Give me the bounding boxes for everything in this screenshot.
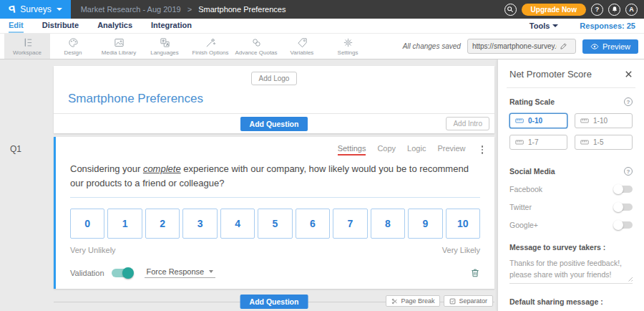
delete-question-button[interactable]: [470, 267, 480, 278]
nps-option-0[interactable]: 0: [70, 209, 104, 239]
help-icon[interactable]: ?: [624, 97, 633, 106]
rating-option-0-10[interactable]: 0-10: [509, 113, 567, 128]
facebook-toggle[interactable]: [614, 186, 633, 193]
toolbar-item-design[interactable]: Design: [50, 34, 96, 59]
add-logo-button[interactable]: Add Logo: [251, 72, 298, 85]
survey-url-box: [467, 39, 576, 54]
googleplus-label: Google+: [509, 221, 538, 229]
googleplus-toggle[interactable]: [614, 221, 633, 229]
question-tab-logic[interactable]: Logic: [407, 144, 426, 156]
questionpro-logo-icon: P: [8, 3, 16, 15]
separator-button[interactable]: Separator: [444, 295, 493, 307]
logo-label: Surveys: [20, 4, 51, 14]
survey-canvas: Add Logo Smartphone Preferences Add Ques…: [54, 59, 494, 311]
bell-icon: [611, 6, 618, 13]
message-to-survey-takers-label: Message to survey takers :: [509, 243, 633, 252]
scissors-icon: [391, 298, 398, 305]
resize-handle[interactable]: [627, 276, 633, 282]
toolbar-item-advance-quotas[interactable]: Advance Quotas: [233, 34, 279, 59]
tab-analytics[interactable]: Analytics: [97, 19, 132, 33]
help-button[interactable]: ?: [591, 4, 603, 16]
divider: [70, 197, 480, 198]
tag-icon: [297, 37, 308, 48]
anchor-label-right: Very Likely: [442, 246, 480, 254]
tab-integration[interactable]: Integration: [151, 19, 192, 33]
toolbar-item-media-library[interactable]: Media Library: [96, 34, 142, 59]
question-tab-settings[interactable]: Settings: [338, 144, 366, 156]
autosave-status: All changes saved: [403, 42, 461, 50]
tab-edit[interactable]: Edit: [9, 19, 24, 33]
rating-option-1-5[interactable]: 1-5: [575, 135, 633, 150]
scale-icon: [580, 118, 589, 124]
breadcrumb-parent[interactable]: Market Research - Aug 2019: [81, 5, 181, 14]
add-question-button-bottom[interactable]: Add Question: [240, 295, 308, 309]
scale-icon: [580, 139, 589, 145]
nps-option-7[interactable]: 7: [333, 209, 367, 239]
survey-url-input[interactable]: [472, 42, 557, 50]
validation-toggle[interactable]: [112, 269, 133, 277]
close-panel-button[interactable]: [625, 70, 633, 78]
question-text[interactable]: Considering your complete experience wit…: [56, 156, 494, 191]
nps-option-8[interactable]: 8: [371, 209, 405, 239]
pencil-icon[interactable]: [560, 42, 567, 50]
chevron-down-icon: [209, 270, 213, 273]
app-logo-menu[interactable]: P Surveys: [0, 0, 71, 19]
message-textarea[interactable]: Thanks for the positive feedback!, pleas…: [509, 257, 633, 284]
toolbar-item-finish-options[interactable]: Finish Options: [187, 34, 233, 59]
question-tab-preview[interactable]: Preview: [437, 144, 465, 156]
nps-option-4[interactable]: 4: [220, 209, 255, 239]
question-settings-panel: Net Promoter Score Rating Scale ? 0-10 1…: [497, 59, 644, 311]
scale-icon: [515, 118, 524, 124]
tab-distribute[interactable]: Distribute: [42, 19, 79, 33]
edit-toolbar: Workspace Design Media Library Languages…: [0, 34, 644, 59]
nps-option-5[interactable]: 5: [258, 209, 292, 239]
social-media-label: Social Media: [509, 167, 555, 176]
toolbar-item-languages[interactable]: Languages: [142, 34, 187, 59]
add-question-button-top[interactable]: Add Question: [240, 117, 308, 131]
tools-menu[interactable]: Tools: [530, 21, 559, 30]
responses-link[interactable]: Responses: 25: [580, 21, 635, 30]
linked-rings-icon: [251, 37, 262, 48]
nps-option-9[interactable]: 9: [408, 209, 442, 239]
insert-row: Add Question Page Break Separator: [54, 295, 494, 309]
top-bar: P Surveys Market Research - Aug 2019 > S…: [0, 0, 644, 19]
help-icon[interactable]: ?: [624, 167, 633, 176]
image-icon: [114, 37, 125, 48]
scale-icon: [515, 139, 524, 145]
nps-option-2[interactable]: 2: [145, 209, 180, 239]
survey-title[interactable]: Smartphone Preferences: [68, 92, 203, 105]
question-number-label: Q1: [10, 144, 21, 154]
question-menu-dots-icon[interactable]: [480, 144, 485, 156]
chevron-down-icon: [552, 24, 558, 27]
toolbar-item-variables[interactable]: Variables: [279, 34, 325, 59]
nps-option-3[interactable]: 3: [182, 209, 217, 239]
twitter-toggle[interactable]: [614, 204, 633, 211]
toolbar-item-workspace[interactable]: Workspace: [4, 34, 50, 59]
nps-option-1[interactable]: 1: [107, 209, 142, 239]
breadcrumb: Market Research - Aug 2019 > Smartphone …: [81, 5, 286, 14]
force-response-dropdown[interactable]: Force Response: [145, 267, 216, 278]
nps-option-10[interactable]: 10: [446, 209, 480, 239]
rating-option-1-7[interactable]: 1-7: [509, 135, 567, 150]
checked-box-icon: [449, 298, 456, 305]
account-button[interactable]: A: [625, 4, 638, 16]
search-button[interactable]: [504, 4, 517, 16]
trash-icon: [470, 267, 480, 278]
validation-label: Validation: [70, 269, 104, 277]
question-tab-copy[interactable]: Copy: [377, 144, 396, 156]
rating-option-1-10[interactable]: 1-10: [575, 113, 633, 128]
eye-icon: [590, 42, 599, 51]
add-intro-button[interactable]: Add Intro: [446, 117, 489, 130]
page-break-button[interactable]: Page Break: [386, 295, 440, 307]
preview-button[interactable]: Preview: [582, 39, 638, 54]
twitter-label: Twitter: [509, 203, 532, 211]
rating-scale-label: Rating Scale: [509, 97, 555, 106]
toolbar-item-settings[interactable]: Settings: [325, 34, 371, 59]
default-sharing-message-label: Default sharing message :: [509, 297, 633, 306]
search-icon: [507, 6, 514, 13]
facebook-label: Facebook: [509, 185, 542, 193]
upgrade-now-button[interactable]: Upgrade Now: [522, 4, 586, 16]
nps-option-6[interactable]: 6: [296, 209, 330, 239]
workspace-icon: [22, 37, 33, 48]
notifications-button[interactable]: [608, 4, 620, 16]
